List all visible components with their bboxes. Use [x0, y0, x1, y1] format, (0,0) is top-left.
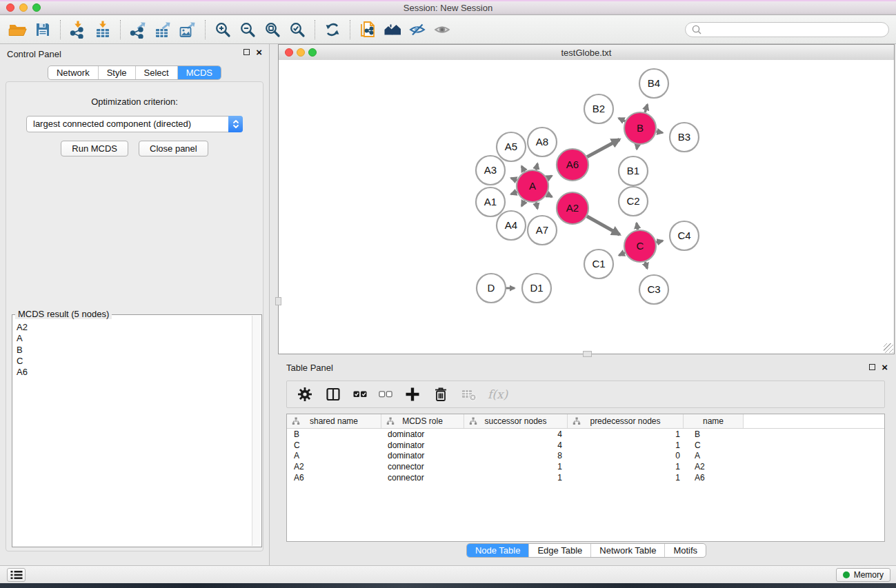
import-network-button[interactable]	[66, 18, 90, 41]
criterion-dropdown[interactable]: largest connected component (directed)	[26, 116, 243, 132]
column-header-shared-name[interactable]: shared name	[287, 414, 381, 428]
left-divider-grip[interactable]	[275, 297, 281, 305]
edge-C-C2[interactable]	[637, 223, 638, 230]
column-header-successor-nodes[interactable]: successor nodes	[464, 414, 568, 428]
delete-table-button[interactable]	[461, 387, 477, 402]
edge-C-C1[interactable]	[619, 253, 625, 256]
node-A2[interactable]: A2	[557, 192, 588, 224]
table-row[interactable]: Adominator80A	[287, 450, 884, 461]
tab-node-table[interactable]: Node Table	[467, 544, 529, 557]
mcds-result-item[interactable]: A2	[17, 322, 252, 333]
node-C2[interactable]: C2	[619, 187, 648, 216]
node-B1[interactable]: B1	[619, 156, 648, 185]
export-image-button[interactable]	[175, 18, 200, 41]
tab-mcds[interactable]: MCDS	[177, 66, 221, 79]
node-A4[interactable]: A4	[497, 211, 526, 240]
select-all-button[interactable]	[353, 390, 367, 398]
task-history-button[interactable]	[7, 568, 26, 582]
function-builder-button[interactable]: f(x)	[489, 387, 508, 401]
tab-style[interactable]: Style	[98, 66, 135, 79]
resize-grip-icon[interactable]	[884, 343, 893, 353]
column-header-predecessor-nodes[interactable]: predecessor nodes	[568, 414, 684, 428]
run-mcds-button[interactable]: Run MCDS	[61, 141, 128, 156]
table-row[interactable]: A2connector11A2	[287, 461, 884, 472]
node-B4[interactable]: B4	[639, 69, 668, 98]
edge-A-A6[interactable]	[547, 176, 552, 179]
node-A7[interactable]: A7	[528, 216, 557, 245]
tab-edge-table[interactable]: Edge Table	[528, 544, 590, 557]
import-table-button[interactable]	[90, 18, 115, 41]
edge-A6-B[interactable]	[587, 139, 619, 156]
node-A8[interactable]: A8	[528, 128, 557, 156]
table-settings-button[interactable]	[297, 386, 313, 403]
edge-C-C4[interactable]	[656, 241, 662, 242]
home-button[interactable]	[380, 18, 405, 41]
edge-A-A5[interactable]	[521, 166, 524, 172]
column-header-name[interactable]: name	[684, 414, 744, 428]
refresh-button[interactable]	[320, 18, 345, 41]
close-panel-button[interactable]: Close panel	[139, 141, 208, 156]
close-table-panel-icon[interactable]: ×	[882, 364, 888, 370]
edge-B-B1[interactable]	[637, 145, 637, 150]
memory-button[interactable]: Memory	[836, 568, 890, 582]
save-session-button[interactable]	[30, 18, 55, 41]
node-C1[interactable]: C1	[584, 250, 613, 278]
bottom-divider-grip[interactable]	[583, 351, 592, 357]
edge-A2-C[interactable]	[587, 216, 620, 235]
edge-A-A3[interactable]	[511, 178, 517, 180]
edge-B-B4[interactable]	[645, 105, 648, 113]
node-A6[interactable]: A6	[557, 149, 588, 181]
network-canvas[interactable]: B4B2BB3A8A5A6A3B1AA1C2A2A4A7C4CC1C3DD1	[279, 60, 894, 354]
tab-network-table[interactable]: Network Table	[590, 544, 664, 557]
add-row-button[interactable]	[404, 386, 421, 403]
table-row[interactable]: A6connector11A6	[287, 472, 884, 483]
birds-eye-view-button[interactable]	[430, 18, 455, 41]
mcds-result-item[interactable]: B	[17, 345, 252, 356]
edge-A-A1[interactable]	[511, 192, 517, 194]
duplicate-network-button[interactable]	[355, 18, 380, 41]
zoom-out-button[interactable]	[235, 18, 260, 41]
node-B[interactable]: B	[624, 112, 656, 144]
show-columns-button[interactable]	[325, 386, 341, 403]
mcds-result-item[interactable]: A6	[17, 367, 252, 378]
zoom-selected-button[interactable]	[285, 18, 310, 41]
search-input[interactable]	[702, 24, 883, 35]
edge-A-A7[interactable]	[536, 202, 537, 208]
export-network-button[interactable]	[126, 18, 150, 41]
export-table-button[interactable]	[150, 18, 175, 41]
zoom-in-button[interactable]	[210, 18, 235, 41]
close-panel-icon[interactable]: ×	[256, 49, 262, 55]
mcds-result-item[interactable]: C	[17, 356, 252, 367]
node-C4[interactable]: C4	[670, 221, 699, 250]
table-row[interactable]: Bdominator41B	[287, 429, 884, 440]
node-C3[interactable]: C3	[639, 275, 668, 304]
tab-select[interactable]: Select	[135, 66, 177, 79]
node-D1[interactable]: D1	[522, 274, 551, 303]
column-header-MCDS-role[interactable]: MCDS role	[381, 414, 464, 428]
edge-A-A2[interactable]	[547, 194, 552, 197]
node-A5[interactable]: A5	[497, 132, 526, 161]
deselect-all-button[interactable]	[379, 390, 392, 398]
search-box[interactable]	[685, 22, 889, 37]
edge-A-A8[interactable]	[536, 163, 537, 170]
node-D[interactable]: D	[477, 274, 506, 303]
node-C[interactable]: C	[624, 230, 656, 262]
node-A[interactable]: A	[517, 170, 548, 202]
edge-A-A4[interactable]	[521, 201, 524, 206]
tab-motifs[interactable]: Motifs	[664, 544, 706, 557]
node-table[interactable]: shared nameMCDS rolesuccessor nodesprede…	[286, 414, 885, 542]
mcds-result-item[interactable]: A	[17, 333, 252, 344]
edge-B-B3[interactable]	[657, 132, 663, 133]
edge-C-C3[interactable]	[645, 262, 647, 269]
open-file-button[interactable]	[6, 18, 30, 41]
hide-graphics-details-button[interactable]	[405, 18, 430, 41]
node-B3[interactable]: B3	[670, 123, 699, 152]
zoom-fit-button[interactable]	[260, 18, 285, 41]
node-A1[interactable]: A1	[476, 187, 505, 216]
edge-B-B2[interactable]	[619, 119, 625, 121]
node-A3[interactable]: A3	[476, 156, 505, 185]
table-row[interactable]: Cdominator41C	[287, 440, 884, 451]
delete-row-button[interactable]	[432, 386, 449, 403]
float-table-panel-icon[interactable]	[869, 364, 875, 370]
result-list-scrollbar[interactable]	[252, 316, 261, 546]
